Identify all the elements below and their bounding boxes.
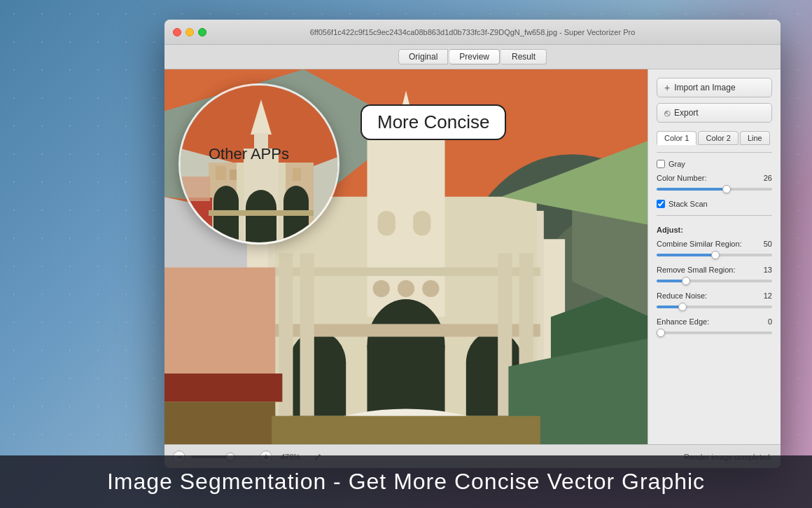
reduce-noise-group: Reduce Noise: 12 [657, 291, 772, 312]
remove-region-label: Remove Small Region: [657, 266, 736, 274]
svg-rect-54 [230, 170, 237, 180]
reduce-noise-slider[interactable] [657, 302, 772, 312]
color-tab-2[interactable]: Color 2 [698, 131, 738, 145]
stack-scan-row: Stack Scan [657, 200, 772, 208]
tab-preview[interactable]: Preview [449, 49, 500, 64]
import-button[interactable]: + Import an Image [657, 78, 772, 97]
remove-region-value: 13 [764, 266, 772, 274]
color-tab-line[interactable]: Line [740, 131, 770, 145]
svg-point-19 [373, 280, 390, 297]
combine-region-slider[interactable] [657, 250, 772, 260]
maximize-button[interactable] [198, 28, 206, 36]
panel-divider-1 [657, 152, 772, 153]
combine-region-label: Combine Similar Region: [657, 240, 742, 248]
remove-region-slider[interactable] [657, 276, 772, 286]
app-window: 6ff056f1c422c9f15c9ec2434ca08b863d1d0b73… [164, 20, 780, 468]
more-concise-text: More Concise [377, 111, 489, 132]
enhance-edge-value: 0 [768, 317, 772, 326]
color-number-group: Color Number: 26 [657, 174, 772, 194]
svg-rect-38 [272, 416, 540, 444]
gray-label: Gray [668, 160, 685, 168]
minimize-button[interactable] [186, 28, 194, 36]
more-concise-badge: More Concise [360, 104, 506, 140]
tab-bar: Original Preview Result [164, 45, 780, 69]
svg-rect-58 [209, 210, 314, 216]
import-icon: + [664, 82, 670, 93]
traffic-lights [173, 28, 206, 36]
circle-overlay: Other APPs [178, 83, 340, 245]
gray-checkbox-row: Gray [657, 160, 772, 168]
gray-checkbox[interactable] [657, 160, 665, 168]
reduce-noise-value: 12 [764, 291, 772, 300]
export-button[interactable]: ⎋ Export [657, 103, 772, 123]
canvas-area: Other APPs More Concise [164, 69, 648, 444]
panel-divider-2 [657, 215, 772, 216]
svg-rect-17 [378, 211, 396, 235]
tab-result[interactable]: Result [501, 49, 547, 64]
svg-rect-34 [164, 373, 282, 401]
combine-region-value: 50 [764, 240, 772, 248]
svg-rect-35 [164, 401, 275, 444]
color-number-label: Color Number: [657, 174, 707, 182]
color-tabs: Color 1 Color 2 Line [657, 131, 772, 145]
color-number-value: 26 [764, 174, 772, 182]
window-title: 6ff056f1c422c9f15c9ec2434ca08b863d1d0b73… [310, 28, 636, 36]
svg-point-21 [422, 280, 439, 297]
enhance-edge-slider[interactable] [657, 328, 772, 338]
remove-region-group: Remove Small Region: 13 [657, 266, 772, 286]
title-bar: 6ff056f1c422c9f15c9ec2434ca08b863d1d0b73… [164, 20, 780, 45]
enhance-edge-group: Enhance Edge: 0 [657, 317, 772, 338]
stack-scan-label: Stack Scan [668, 200, 708, 208]
export-icon: ⎋ [664, 107, 670, 118]
other-apps-label: Other APPs [209, 145, 289, 163]
color-tab-1[interactable]: Color 1 [657, 131, 696, 145]
svg-rect-18 [413, 211, 430, 235]
close-button[interactable] [173, 28, 181, 36]
svg-point-20 [398, 280, 414, 297]
combine-region-group: Combine Similar Region: 50 [657, 240, 772, 260]
right-panel: + Import an Image ⎋ Export Color 1 Color… [648, 69, 780, 444]
tab-original[interactable]: Original [398, 49, 448, 64]
stack-scan-checkbox[interactable] [657, 200, 665, 208]
svg-rect-53 [216, 166, 226, 180]
enhance-edge-label: Enhance Edge: [657, 317, 709, 326]
adjust-label: Adjust: [657, 226, 772, 234]
svg-rect-55 [293, 168, 301, 181]
main-content: Other APPs More Concise + Import an Imag… [164, 69, 780, 444]
caption-text: Image Segmentation - Get More Concise Ve… [107, 469, 705, 495]
bottom-caption: Image Segmentation - Get More Concise Ve… [0, 455, 812, 508]
reduce-noise-label: Reduce Noise: [657, 291, 707, 300]
color-number-slider[interactable] [657, 184, 772, 194]
svg-rect-27 [300, 253, 314, 416]
